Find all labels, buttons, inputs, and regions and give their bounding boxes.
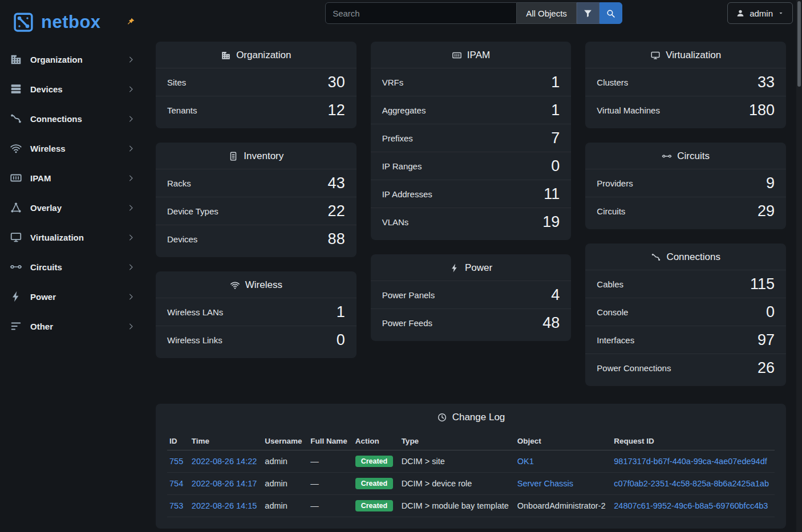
sidebar-item-label: Connections	[30, 114, 119, 124]
change-object-link[interactable]: Server Chassis	[517, 479, 573, 488]
sidebar-item-virtualization[interactable]: Virtualization	[0, 222, 145, 252]
stat-row: Cables 115	[585, 270, 786, 298]
column-header-full-name[interactable]: Full Name	[308, 432, 353, 450]
counter-icon	[452, 50, 462, 60]
scrollbar-thumb[interactable]	[797, 1, 801, 87]
stat-value[interactable]: 30	[328, 75, 345, 90]
request-id-link[interactable]: c07f0ab2-2351-4c58-825a-8b6a2425a1ab	[614, 479, 769, 488]
wifi-icon	[230, 280, 240, 290]
stat-value[interactable]: 43	[328, 176, 345, 191]
request-id-link[interactable]: 9817317d-b67f-440a-99ca-4ae07ede94df	[614, 457, 767, 466]
change-time-link[interactable]: 2022-08-26 14:22	[192, 457, 257, 466]
chevron-right-icon	[127, 263, 135, 271]
stat-value[interactable]: 33	[758, 75, 775, 90]
change-time-link[interactable]: 2022-08-26 14:15	[192, 501, 257, 510]
stat-value[interactable]: 22	[328, 204, 345, 219]
sidebar-item-label: Circuits	[30, 262, 119, 272]
sidebar-item-devices[interactable]: Devices	[0, 74, 145, 104]
stat-label: Racks	[167, 178, 191, 188]
scrollbar-track	[796, 0, 802, 532]
connections-card: Connections Cables 115 Console 0 Interfa…	[585, 243, 786, 386]
table-row: 755 2022-08-26 14:22 admin — Created DCI…	[167, 450, 775, 473]
column-header-time[interactable]: Time	[189, 432, 263, 450]
pin-icon[interactable]	[126, 17, 135, 26]
sidebar-item-overlay[interactable]: Overlay	[0, 193, 145, 222]
column-header-action[interactable]: Action	[353, 432, 399, 450]
change-object-link[interactable]: OK1	[517, 457, 534, 466]
search-input[interactable]	[325, 2, 517, 24]
brand-name: netbox	[41, 12, 101, 33]
sidebar-item-circuits[interactable]: Circuits	[0, 252, 145, 282]
cable-icon	[10, 112, 22, 125]
card-title: Connections	[585, 243, 786, 270]
change-time-link[interactable]: 2022-08-26 14:17	[192, 479, 257, 488]
sidebar-item-wireless[interactable]: Wireless	[0, 133, 145, 163]
stat-row: VRFs 1	[371, 68, 572, 96]
table-header-row: ID Time Username Full Name Action Type O…	[167, 432, 775, 450]
column-header-username[interactable]: Username	[262, 432, 308, 450]
stat-value[interactable]: 48	[542, 315, 560, 331]
stat-value[interactable]: 29	[758, 204, 775, 219]
chevron-right-icon	[127, 322, 135, 331]
stat-value[interactable]: 1	[551, 103, 560, 118]
netbox-logo[interactable]: netbox	[0, 0, 145, 44]
sidebar-item-power[interactable]: Power	[0, 282, 145, 311]
stat-value[interactable]: 0	[766, 304, 775, 320]
sidebar-item-label: Wireless	[30, 144, 119, 153]
change-log-title: Change Log	[156, 404, 786, 430]
change-id-link[interactable]: 755	[169, 457, 183, 466]
search-submit-button[interactable]	[600, 2, 622, 24]
card-title-label: Wireless	[245, 279, 282, 291]
stat-label: Tenants	[167, 105, 197, 115]
filter-button[interactable]	[577, 2, 600, 24]
stat-value[interactable]: 11	[544, 186, 560, 202]
sidebar-item-label: Overlay	[30, 203, 119, 213]
stat-label: Cables	[597, 279, 623, 289]
stat-value[interactable]: 4	[551, 287, 560, 303]
organization-card: Organization Sites 30 Tenants 12	[156, 42, 357, 128]
change-id-link[interactable]: 754	[169, 479, 183, 488]
object-type-dropdown[interactable]: All Objects	[517, 2, 577, 24]
stat-label: Interfaces	[597, 335, 634, 345]
request-id-link[interactable]: 24807c61-9952-49c6-b8a5-69760bfcc4b3	[614, 501, 768, 510]
network-graph-icon	[10, 201, 22, 214]
stat-value[interactable]: 180	[749, 103, 775, 118]
search-icon	[606, 9, 615, 18]
stat-row: Prefixes 7	[371, 124, 572, 152]
column-header-object[interactable]: Object	[515, 432, 612, 450]
sidebar-item-other[interactable]: Other	[0, 311, 145, 341]
stat-value[interactable]: 88	[328, 232, 345, 247]
column-header-id[interactable]: ID	[167, 432, 189, 450]
netbox-logo-icon	[11, 10, 35, 34]
sidebar-menu: Organization Devices Connections Wireles…	[0, 44, 145, 341]
sidebar-item-connections[interactable]: Connections	[0, 104, 145, 133]
table-row: 753 2022-08-26 14:15 admin — Created DCI…	[167, 495, 775, 517]
user-menu-button[interactable]: admin	[727, 2, 793, 24]
stat-row: Power Connections 26	[585, 354, 786, 381]
stat-value[interactable]: 0	[337, 332, 345, 348]
stat-value[interactable]: 115	[750, 277, 775, 292]
change-id-link[interactable]: 753	[169, 501, 183, 510]
stat-value[interactable]: 26	[758, 360, 775, 376]
stat-value[interactable]: 97	[758, 332, 775, 348]
stat-value[interactable]: 9	[766, 176, 775, 191]
card-title: IPAM	[371, 42, 572, 68]
stat-value[interactable]: 0	[551, 159, 560, 174]
change-log-title-label: Change Log	[452, 412, 505, 423]
dashboard: Organization Sites 30 Tenants 12 Invento…	[145, 26, 802, 532]
stat-value[interactable]: 1	[551, 75, 560, 90]
change-full-name: —	[308, 450, 353, 473]
action-badge: Created	[355, 478, 394, 489]
sidebar-item-organization[interactable]: Organization	[0, 44, 145, 74]
sidebar-item-ipam[interactable]: IPAM	[0, 163, 145, 193]
topbar: All Objects admin	[145, 0, 802, 26]
stat-value[interactable]: 19	[542, 214, 560, 230]
column-header-type[interactable]: Type	[399, 432, 515, 450]
stat-row: Power Feeds 48	[371, 308, 572, 336]
stat-label: Circuits	[597, 206, 625, 216]
column-header-request-id[interactable]: Request ID	[611, 432, 775, 450]
card-title: Wireless	[156, 271, 357, 298]
stat-value[interactable]: 1	[337, 304, 345, 320]
stat-value[interactable]: 12	[328, 103, 345, 118]
stat-value[interactable]: 7	[551, 131, 560, 146]
